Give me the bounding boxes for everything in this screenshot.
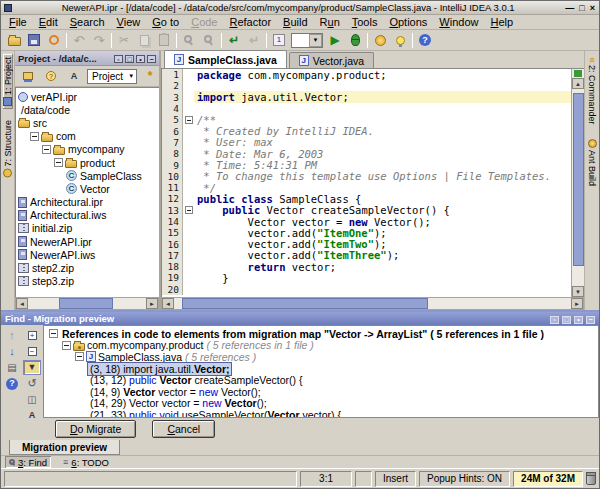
minimize-button[interactable]: —	[564, 3, 575, 13]
tree-item-step3-zip[interactable]: step3.zip	[16, 275, 159, 288]
compile-button[interactable]: ↵	[224, 31, 244, 49]
find-result-row[interactable]: com.mycompany.product ( 5 references in …	[46, 340, 598, 352]
fold-gutter[interactable]	[183, 114, 194, 125]
float-window-icon[interactable]: ▫	[114, 55, 123, 63]
collapse-expander-icon[interactable]	[49, 329, 58, 338]
tab-vector-java[interactable]: JVector.java	[289, 52, 374, 68]
show-structure-button[interactable]: ?	[41, 67, 61, 85]
caret-position[interactable]: 3:1	[300, 471, 352, 487]
tool-window-button-1-project[interactable]: 1: Project	[3, 54, 13, 109]
rerun-button[interactable]: ↺	[23, 376, 41, 391]
collapse-expander-icon[interactable]	[75, 352, 84, 361]
help-button[interactable]: ?	[415, 31, 435, 49]
project-hscrollbar[interactable]: ◄ ►	[15, 297, 159, 310]
menu-search[interactable]: Search	[64, 16, 111, 28]
menu-options[interactable]: Options	[383, 16, 433, 28]
chevron-down-icon[interactable]: ▼	[309, 34, 322, 47]
tree-item-architectural-ipr[interactable]: Architectural.ipr	[16, 196, 159, 209]
tree-item-com[interactable]: com	[16, 130, 159, 143]
collapse-expander-icon[interactable]	[54, 158, 63, 167]
menu-run[interactable]: Run	[314, 16, 346, 28]
find-result-row[interactable]: (13, 12) public Vector createSampleVecto…	[46, 374, 598, 386]
tab-migration-preview[interactable]: Migration preview	[9, 440, 120, 455]
fold-marker-icon[interactable]	[185, 206, 193, 214]
find-result-row[interactable]: JSampleClass.java ( 5 references )	[46, 351, 598, 363]
tree-item-architectural-iws[interactable]: Architectural.iws	[16, 209, 159, 222]
autoscroll-button[interactable]: ▼	[23, 360, 41, 375]
collapse-expander-icon[interactable]	[42, 145, 51, 154]
float-window-icon[interactable]: ▫	[550, 316, 559, 324]
sort-alpha-button[interactable]: A	[23, 408, 41, 423]
menu-help[interactable]: Help	[485, 16, 520, 28]
popup-hints-indicator[interactable]: Popup Hints: ON	[419, 471, 510, 487]
find-result-row[interactable]: References in code to elements from migr…	[46, 328, 598, 340]
run-config-button[interactable]: 1	[269, 31, 289, 49]
flatten-packages-button[interactable]	[18, 67, 38, 85]
pin-icon[interactable]: •	[136, 55, 145, 63]
tree-item-newerapi-ipr[interactable]: NewerAPI.ipr	[16, 235, 159, 248]
editor-vscrollbar[interactable]: ▲ ▼	[571, 69, 584, 297]
customize-view-button[interactable]: *	[140, 67, 160, 85]
fold-gutter[interactable]	[183, 205, 194, 216]
tool-window-button-3-find[interactable]: 3: Find	[5, 456, 51, 468]
scroll-up-icon[interactable]: ▲	[572, 78, 584, 89]
garbage-collect-icon[interactable]	[586, 473, 596, 485]
pin-icon[interactable]: •	[574, 316, 583, 324]
export-button[interactable]: ▤	[3, 360, 21, 375]
expand-all-button[interactable]: +	[23, 328, 41, 343]
menu-window[interactable]: Window	[433, 16, 484, 28]
scrollbar-thumb[interactable]	[59, 298, 113, 309]
help-button[interactable]: ?	[3, 376, 21, 391]
collapse-all-button[interactable]: −	[23, 344, 41, 359]
tree-item-vector[interactable]: CVector	[16, 182, 159, 195]
menu-refactor[interactable]: Refactor	[223, 16, 277, 28]
memory-indicator[interactable]: 24M of 32M	[513, 471, 583, 487]
run-configuration-combo[interactable]: ▼	[291, 33, 323, 48]
synchronize-button[interactable]	[44, 31, 64, 49]
next-occurrence-button[interactable]: ↓	[3, 344, 21, 359]
open-project-button[interactable]	[4, 31, 24, 49]
sort-alpha-button[interactable]: A	[64, 67, 84, 85]
tree-item-newerapi-iws[interactable]: NewerAPI.iws	[16, 248, 159, 261]
tree-item-sampleclass[interactable]: CSampleClass	[16, 169, 159, 182]
debug-button[interactable]	[345, 31, 365, 49]
ant-button[interactable]	[370, 31, 390, 49]
collapse-expander-icon[interactable]	[30, 132, 39, 141]
dock-icon[interactable]: □	[562, 316, 571, 324]
scroll-down-icon[interactable]: ▼	[572, 286, 584, 297]
run-button[interactable]: ▶	[325, 31, 345, 49]
collapse-expander-icon[interactable]	[62, 341, 71, 350]
find-result-row[interactable]: (14, 9) Vector vector = new Vector();	[46, 386, 598, 398]
save-all-button[interactable]	[24, 31, 44, 49]
find-result-row[interactable]: (21, 33) public void useSampleVector(Vec…	[46, 409, 598, 418]
fold-marker-icon[interactable]	[185, 116, 193, 124]
tree-item-product[interactable]: product	[16, 156, 159, 169]
close-button[interactable]: ×	[589, 3, 596, 13]
insert-mode-indicator[interactable]: Insert	[375, 471, 416, 487]
menu-file[interactable]: File	[3, 16, 33, 28]
inspect-button[interactable]	[390, 31, 410, 49]
scroll-left-icon[interactable]: ◄	[16, 298, 28, 309]
find-result-row[interactable]: (14, 29) Vector vector = new Vector();	[46, 398, 598, 410]
editor-hscrollbar[interactable]: ◄ ►	[161, 297, 584, 310]
tree-item-initial-zip[interactable]: initial.zip	[16, 222, 159, 235]
scroll-right-icon[interactable]: ►	[571, 298, 583, 309]
scrollbar-thumb[interactable]	[573, 93, 584, 266]
tree-item-mycompany[interactable]: mycompany	[16, 143, 159, 156]
menu-tools[interactable]: Tools	[346, 16, 384, 28]
prev-occurrence-button[interactable]: ↑	[3, 328, 21, 343]
tool-window-button-2-commander[interactable]: «2: Commander	[587, 54, 598, 128]
menu-build[interactable]: Build	[277, 16, 313, 28]
split-button[interactable]: ◫	[23, 392, 41, 407]
scrollbar-thumb[interactable]	[182, 298, 428, 309]
tab-sampleclass-java[interactable]: JSampleClass.java	[164, 50, 287, 68]
tree-item-step2-zip[interactable]: step2.zip	[16, 261, 159, 274]
maximize-button[interactable]: □	[578, 3, 585, 13]
do-migrate-button[interactable]: Do Migrate	[55, 420, 136, 438]
cancel-button[interactable]: Cancel	[152, 420, 215, 438]
tool-window-button-7-structure[interactable]: 7: Structure	[3, 117, 13, 181]
tool-window-button-6-todo[interactable]: ≡6: TODO	[59, 456, 113, 468]
scroll-left-icon[interactable]: ◄	[162, 298, 174, 309]
hide-icon[interactable]: −	[147, 55, 156, 63]
tree-item-verapi-ipr[interactable]: verAPI.ipr	[16, 90, 159, 103]
